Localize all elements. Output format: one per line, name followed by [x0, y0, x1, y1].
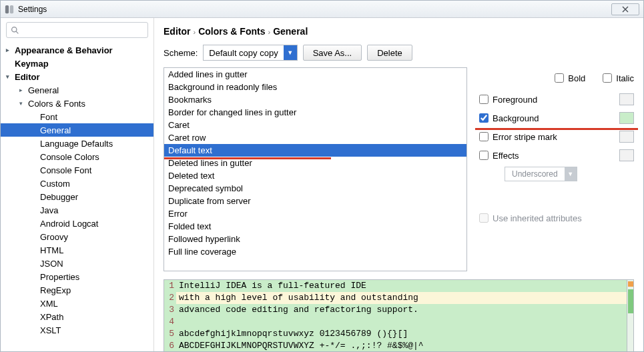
- tree-item[interactable]: Groovy: [1, 230, 153, 243]
- foreground-label: Foreground: [493, 95, 537, 105]
- list-item[interactable]: Folded text: [164, 220, 466, 233]
- tree-item[interactable]: ▾Colors & Fonts: [1, 97, 153, 110]
- list-item[interactable]: Bookmarks: [164, 93, 466, 106]
- tree-item[interactable]: ▸Appearance & Behavior: [1, 43, 153, 57]
- tree-item[interactable]: HTML: [1, 243, 153, 257]
- scheme-combo[interactable]: Default copy copy ▼: [203, 45, 297, 61]
- error-stripe-color-swatch[interactable]: [619, 131, 634, 143]
- settings-tree[interactable]: ▸Appearance & BehaviorKeymap▾Editor▸Gene…: [1, 42, 153, 352]
- tree-item[interactable]: Custom: [1, 177, 153, 190]
- list-item[interactable]: Default text: [164, 144, 466, 157]
- tree-item[interactable]: XML: [1, 297, 153, 310]
- inherited-label: Use inherited attributes: [493, 213, 582, 223]
- list-item[interactable]: Followed hyperlink: [164, 233, 466, 245]
- foreground-color-swatch[interactable]: [619, 93, 634, 105]
- scheme-label: Scheme:: [164, 48, 198, 58]
- background-checkbox[interactable]: [479, 113, 489, 123]
- tree-item[interactable]: JSON: [1, 257, 153, 270]
- background-label: Background: [493, 113, 539, 123]
- tree-item[interactable]: Properties: [1, 270, 153, 283]
- chevron-down-icon: ▼: [284, 45, 297, 60]
- tree-item[interactable]: Java: [1, 203, 153, 217]
- svg-rect-1: [10, 5, 13, 13]
- svg-rect-0: [5, 5, 9, 13]
- effects-label: Effects: [493, 151, 519, 161]
- tree-item[interactable]: ▾Editor: [1, 70, 153, 83]
- tree-item[interactable]: Debugger: [1, 190, 153, 203]
- error-stripe-checkbox[interactable]: [479, 132, 489, 141]
- effects-color-swatch[interactable]: [619, 149, 634, 161]
- chevron-down-icon: ▼: [565, 167, 577, 181]
- breadcrumb: Editor›Colors & Fonts›General: [154, 18, 643, 42]
- tree-item[interactable]: General: [1, 123, 153, 137]
- list-item[interactable]: Added lines in gutter: [164, 68, 466, 81]
- tree-item[interactable]: Keymap: [1, 57, 153, 70]
- tree-item[interactable]: RegExp: [1, 283, 153, 297]
- settings-search-input[interactable]: [6, 22, 148, 38]
- save-as-button[interactable]: Save As...: [303, 45, 362, 61]
- foreground-checkbox[interactable]: [479, 95, 489, 104]
- bold-checkbox[interactable]: [555, 73, 564, 83]
- window-close-button[interactable]: [611, 3, 639, 15]
- list-item[interactable]: Duplicate from server: [164, 195, 466, 207]
- list-item[interactable]: Border for changed lines in gutter: [164, 106, 466, 119]
- background-color-swatch[interactable]: [619, 112, 634, 124]
- tree-item[interactable]: Font: [1, 110, 153, 123]
- svg-point-2: [12, 27, 17, 31]
- preview-editor[interactable]: 123456 IntelliJ IDEA is a full-featured …: [164, 279, 634, 352]
- tree-item[interactable]: ▸General: [1, 83, 153, 97]
- tree-item[interactable]: Android Logcat: [1, 217, 153, 230]
- italic-label: Italic: [616, 73, 634, 83]
- list-item[interactable]: Caret: [164, 119, 466, 131]
- svg-line-3: [16, 31, 18, 33]
- list-item[interactable]: Deprecated symbol: [164, 182, 466, 195]
- tree-item[interactable]: Language Defaults: [1, 137, 153, 150]
- list-item[interactable]: Deleted text: [164, 169, 466, 182]
- list-item[interactable]: Caret row: [164, 131, 466, 144]
- inherited-checkbox[interactable]: [479, 213, 489, 223]
- window-title: Settings: [18, 5, 611, 14]
- tree-item[interactable]: XSLT: [1, 323, 153, 337]
- italic-checkbox[interactable]: [603, 73, 612, 83]
- delete-button[interactable]: Delete: [367, 45, 412, 61]
- list-item[interactable]: Full line coverage: [164, 245, 466, 258]
- list-item[interactable]: Error: [164, 207, 466, 220]
- tree-item[interactable]: Console Colors: [1, 150, 153, 163]
- effects-type-combo[interactable]: Underscored ▼: [505, 167, 577, 181]
- app-logo-icon: [5, 5, 14, 14]
- tree-item[interactable]: Console Font: [1, 163, 153, 177]
- tree-item[interactable]: XPath: [1, 310, 153, 323]
- effects-checkbox[interactable]: [479, 151, 489, 160]
- bold-label: Bold: [568, 73, 585, 83]
- color-item-list[interactable]: Added lines in gutterBackground in reado…: [164, 67, 467, 271]
- error-stripe-label: Error stripe mark: [493, 132, 557, 142]
- list-item[interactable]: Background in readonly files: [164, 81, 466, 93]
